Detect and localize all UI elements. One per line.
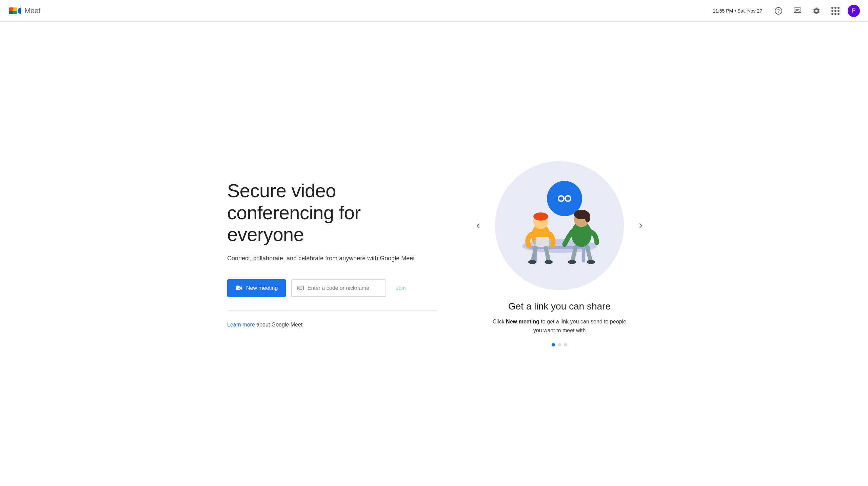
svg-rect-21: [300, 287, 300, 287]
svg-rect-8: [13, 11, 17, 14]
feedback-icon: [793, 7, 802, 15]
carousel-next-button[interactable]: [633, 218, 649, 234]
carousel-dot-3[interactable]: [564, 343, 567, 347]
carousel-desc-prefix: Click: [493, 319, 506, 324]
new-meeting-button[interactable]: New meeting: [227, 279, 286, 297]
carousel-desc-bold: New meeting: [506, 319, 539, 324]
header-right: 11:55 PM • Sat, Nov 27 ?: [713, 3, 860, 19]
svg-rect-29: [303, 288, 304, 289]
carousel-container: [478, 161, 641, 290]
carousel-dot-2[interactable]: [558, 343, 561, 347]
svg-point-47: [585, 212, 590, 222]
main-content: Secure video conferencing for everyone C…: [0, 22, 868, 486]
carousel-desc-suffix: to get a link you can send to people you…: [533, 319, 626, 333]
carousel-prev-button[interactable]: [470, 218, 486, 234]
svg-rect-25: [300, 288, 300, 289]
svg-marker-9: [18, 7, 21, 14]
settings-button[interactable]: [808, 3, 825, 19]
svg-rect-23: [302, 287, 302, 287]
svg-rect-15: [238, 285, 238, 286]
logo-text: Meet: [24, 6, 40, 15]
svg-rect-22: [301, 287, 301, 287]
carousel-info: Get a link you can share Click New meeti…: [492, 301, 627, 346]
svg-rect-27: [302, 288, 302, 289]
google-meet-logo-icon: [8, 4, 22, 18]
apps-grid-icon: [831, 7, 840, 15]
code-input[interactable]: [308, 285, 380, 291]
svg-rect-28: [303, 287, 304, 287]
chevron-left-icon: [474, 222, 482, 230]
join-button[interactable]: Join: [392, 282, 410, 294]
svg-rect-43: [536, 237, 549, 247]
illustration-circle: [495, 161, 624, 290]
svg-point-51: [587, 260, 595, 264]
svg-marker-14: [240, 286, 242, 290]
learn-more-suffix: about Google Meet: [255, 322, 303, 328]
left-section: Secure video conferencing for everyone C…: [227, 180, 437, 328]
carousel-title: Get a link you can share: [492, 301, 627, 312]
svg-rect-38: [582, 249, 585, 262]
apps-button[interactable]: [827, 3, 844, 19]
header-time: 11:55 PM • Sat, Nov 27: [713, 8, 762, 14]
help-button[interactable]: ?: [770, 3, 787, 19]
svg-rect-16: [237, 285, 238, 286]
carousel-dots: [492, 343, 627, 347]
svg-point-49: [545, 260, 553, 264]
svg-point-50: [568, 260, 576, 264]
svg-point-41: [533, 212, 548, 221]
header-left: Meet: [8, 4, 40, 18]
svg-rect-5: [9, 7, 13, 11]
svg-rect-24: [299, 288, 299, 289]
learn-more-text: Learn more about Google Meet: [227, 322, 437, 328]
svg-rect-7: [9, 11, 13, 14]
divider: [227, 311, 437, 311]
header: Meet 11:55 PM • Sat, Nov 27 ?: [0, 0, 868, 22]
right-section: Get a link you can share Click New meeti…: [478, 161, 641, 346]
page-subheadline: Connect, collaborate, and celebrate from…: [227, 254, 437, 263]
avatar[interactable]: P: [848, 5, 860, 17]
svg-text:?: ?: [777, 8, 780, 14]
learn-more-link[interactable]: Learn more: [227, 322, 255, 328]
settings-icon: [812, 7, 821, 15]
new-meeting-icon: [235, 284, 243, 292]
carousel-illustration: [502, 168, 617, 283]
carousel-dot-1[interactable]: [552, 343, 555, 347]
svg-rect-30: [299, 289, 302, 290]
svg-point-48: [528, 260, 536, 264]
code-input-container: [291, 279, 386, 297]
page-headline: Secure video conferencing for everyone: [227, 180, 437, 245]
carousel-description: Click New meeting to get a link you can …: [492, 317, 627, 335]
new-meeting-label: New meeting: [246, 285, 278, 291]
svg-rect-26: [301, 288, 301, 289]
keyboard-icon: [297, 284, 304, 292]
feedback-button[interactable]: [789, 3, 806, 19]
help-icon: ?: [774, 7, 783, 15]
svg-rect-20: [299, 287, 299, 287]
chevron-right-icon: [637, 222, 645, 230]
action-row: New meeting: [227, 279, 437, 297]
google-meet-logo: Meet: [8, 4, 40, 18]
svg-rect-6: [13, 7, 17, 11]
